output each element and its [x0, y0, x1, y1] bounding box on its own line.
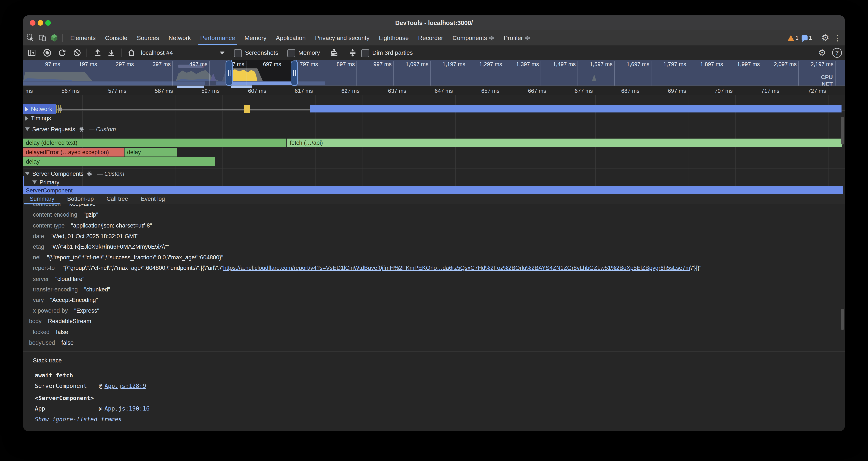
expander-down-icon[interactable]	[25, 172, 30, 175]
selected-network-request[interactable]	[244, 105, 250, 113]
flame-chart-tracks[interactable]: Network Timings Server Requests — Custom…	[23, 95, 845, 194]
help-icon[interactable]: ?	[832, 48, 842, 58]
home-icon[interactable]	[126, 48, 136, 58]
dim-3rd-parties-label[interactable]: Dim 3rd parties	[372, 46, 413, 60]
tab-summary[interactable]: Summary	[23, 194, 61, 204]
clear-icon[interactable]	[72, 48, 82, 58]
tab-lighthouse[interactable]: Lighthouse	[374, 30, 413, 45]
network-track-label: Network	[31, 106, 52, 112]
server-components-track-header[interactable]: Server Components — Custom	[25, 171, 124, 177]
expander-down-icon[interactable]	[32, 180, 37, 184]
tab-profiler[interactable]: Profiler	[499, 30, 535, 45]
overview-tick-label: 2,097 ms	[765, 61, 797, 67]
stack-frame: <ServerComponent>	[35, 393, 99, 403]
stack-frame: App@App.js:190:16	[35, 403, 150, 414]
server-requests-track-header[interactable]: Server Requests — Custom	[25, 126, 116, 133]
react-atom-icon	[525, 35, 530, 41]
report-to-url-link[interactable]: https://a.nel.cloudflare.com/report/v4?s…	[223, 265, 690, 271]
primary-subtrack-header[interactable]: Primary	[32, 179, 59, 186]
show-ignore-listed-frames[interactable]: Show ignore-listed frames	[35, 414, 122, 425]
overview-tick-line	[62, 61, 62, 86]
network-track-header-highlight[interactable]: Network	[23, 104, 56, 114]
net-lane-label: NET	[822, 81, 833, 87]
download-profile-icon[interactable]	[106, 48, 116, 58]
summary-scrollbar-thumb[interactable]	[841, 309, 844, 330]
overview-tick-label: 1,197 ms	[433, 61, 465, 67]
summary-pane[interactable]: connection"keep-alive" content-encoding"…	[23, 204, 845, 431]
event-bar[interactable]: delay (deferred text)	[23, 139, 286, 147]
screenshots-label[interactable]: Screenshots	[245, 46, 278, 60]
react-atom-icon	[489, 35, 494, 41]
toggle-sidebar-icon[interactable]	[27, 48, 37, 58]
memory-label[interactable]: Memory	[299, 46, 320, 60]
summary-row: content-encoding"gzip"	[23, 209, 845, 220]
ruler-label: 617 ms	[281, 88, 313, 94]
tab-performance[interactable]: Performance	[195, 30, 240, 45]
collapse-tracks-icon[interactable]	[347, 48, 358, 58]
event-bar[interactable]: delay	[125, 148, 177, 156]
summary-row: transfer-encoding"chunked"	[23, 284, 845, 295]
tab-bottom-up[interactable]: Bottom-up	[61, 194, 100, 204]
summary-row: bodyReadableStream	[23, 316, 845, 326]
overview-tick-label: 697 ms	[249, 61, 281, 67]
tab-application[interactable]: Application	[271, 30, 310, 45]
overview-bottom-strip	[23, 86, 845, 86]
tab-console[interactable]: Console	[100, 30, 132, 45]
overview-tick-line	[173, 61, 173, 86]
divider	[232, 49, 232, 57]
device-toolbar-icon[interactable]	[37, 33, 47, 43]
network-drag-knob[interactable]	[59, 108, 62, 111]
source-location-link[interactable]: App.js:190:16	[104, 405, 150, 412]
chevron-down-icon[interactable]	[220, 52, 224, 55]
ruler-label: ms	[25, 88, 33, 94]
tab-event-log[interactable]: Event log	[134, 194, 172, 204]
tab-recorder[interactable]: Recorder	[413, 30, 448, 45]
ruler-label: 667 ms	[514, 88, 546, 94]
selection-handle-right[interactable]	[291, 60, 298, 86]
overview-tick-line	[504, 61, 504, 86]
issues-icon[interactable]	[802, 35, 808, 40]
warning-icon[interactable]	[788, 35, 794, 41]
overview-tick-label: 297 ms	[102, 61, 134, 67]
titlebar: DevTools - localhost:3000/	[23, 16, 845, 30]
tracks-scrollbar-thumb[interactable]	[841, 117, 844, 145]
expander-right-icon[interactable]	[25, 116, 28, 121]
tabbar-right-controls: 1 1 ⚙ ⋮	[788, 30, 841, 45]
event-bar[interactable]: fetch (…/api)	[287, 139, 842, 147]
tab-sources[interactable]: Sources	[132, 30, 164, 45]
ruler-label: 637 ms	[374, 88, 406, 94]
reload-record-icon[interactable]	[57, 48, 67, 58]
tab-elements[interactable]: Elements	[66, 30, 100, 45]
selection-handle-left[interactable]	[225, 60, 233, 86]
upload-profile-icon[interactable]	[92, 48, 103, 58]
expander-right-icon[interactable]	[25, 107, 28, 112]
event-bar[interactable]: delayedError (…ayed exception)	[23, 148, 124, 156]
tab-privacy-and-security[interactable]: Privacy and security	[310, 30, 374, 45]
expander-down-icon[interactable]	[25, 127, 30, 131]
garbage-collect-icon[interactable]	[329, 48, 339, 58]
overview-tick-line	[356, 61, 357, 86]
timeline-overview[interactable]: 97 ms197 ms297 ms397 ms497 ms597 ms697 m…	[23, 60, 845, 86]
dim-3rd-parties-checkbox[interactable]	[361, 49, 369, 57]
more-options-kebab-icon[interactable]: ⋮	[833, 33, 841, 42]
inspect-element-icon[interactable]	[25, 33, 35, 43]
extension-gem-icon[interactable]	[49, 33, 59, 43]
event-bar[interactable]: delay	[23, 157, 215, 166]
record-icon[interactable]	[42, 48, 52, 58]
tab-call-tree[interactable]: Call tree	[100, 194, 134, 204]
panel-settings-gear-icon[interactable]: ⚙	[817, 48, 827, 58]
summary-row-report-to: report-to "{\"group\":\"cf-nel\",\"max_a…	[23, 263, 845, 273]
timings-track-header[interactable]: Timings	[25, 115, 51, 122]
tab-memory[interactable]: Memory	[240, 30, 271, 45]
network-request-bar[interactable]	[310, 105, 841, 113]
memory-checkbox[interactable]	[287, 49, 296, 57]
source-location-link[interactable]: App.js:128:9	[104, 382, 146, 389]
event-bar[interactable]: ServerComponent	[23, 186, 843, 194]
tab-network[interactable]: Network	[164, 30, 196, 45]
overview-tick-label: 1,897 ms	[691, 61, 723, 67]
screenshots-checkbox[interactable]	[234, 49, 242, 57]
tab-components[interactable]: Components	[448, 30, 499, 45]
settings-gear-icon[interactable]: ⚙	[821, 33, 829, 43]
history-dropdown[interactable]: localhost #4	[141, 46, 173, 60]
overview-tick-line	[209, 61, 210, 86]
